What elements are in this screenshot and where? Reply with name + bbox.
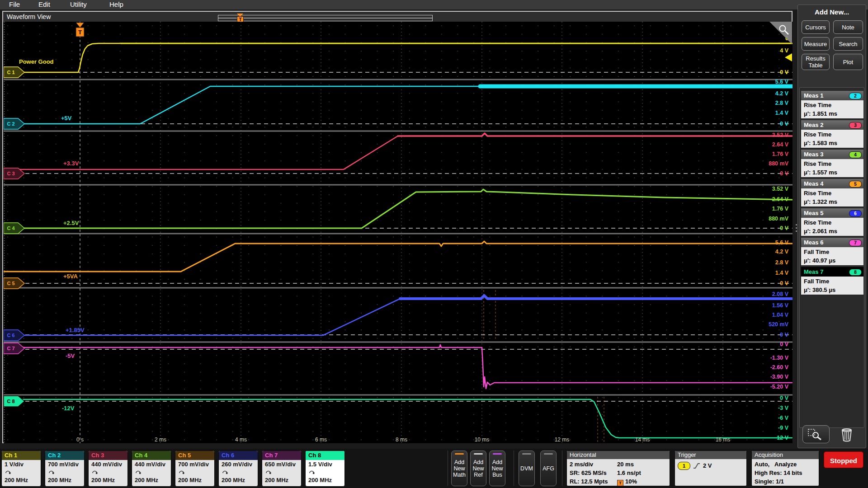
channel-bandwidth: 200 MHz [48, 477, 84, 483]
time-axis-label: 16 ms [716, 436, 731, 443]
record-overview-line [218, 18, 432, 19]
channel-badge-ch5[interactable]: Ch 5 700 mV/div 200 MHz [175, 450, 215, 487]
axis-label: 1.56 V [772, 302, 789, 309]
add-new-math-button[interactable]: Add New Math [451, 450, 467, 486]
probe-icon [48, 469, 55, 474]
afg-accent [544, 453, 553, 455]
oscilloscope-app: FileEditUtilityHelp Waveform View T 64 V… [0, 0, 868, 488]
measurement-source-badge: 5 [849, 181, 862, 188]
svg-text:C 7: C 7 [7, 346, 14, 351]
trigger-position-flag[interactable]: T [236, 14, 244, 23]
trash-icon [840, 426, 854, 442]
axis-label: 520 mV [769, 321, 788, 328]
svg-text:T: T [78, 29, 82, 36]
axis-label: 880 mV [769, 216, 788, 222]
waveform-view-titlebar[interactable]: Waveform View T [3, 12, 792, 22]
zoom-select-button[interactable] [802, 425, 830, 443]
add-new-title: Add New... [798, 8, 866, 16]
measurement-value: Fall Timeμ': 380.5 μs [801, 277, 864, 295]
time-axis-label: 10 ms [475, 436, 490, 443]
measurement-name: Meas 1 2 [801, 90, 864, 100]
channel-bandwidth: 200 MHz [222, 477, 258, 483]
channel-label: Ch 4 [132, 451, 171, 460]
horizontal-resolution: 1.6 ns/pt [617, 469, 667, 477]
divider [562, 450, 562, 486]
trace-label: +1.85V [66, 327, 85, 333]
divider [514, 450, 514, 486]
axis-label: 880 mV [769, 160, 788, 167]
record-overview-bar[interactable]: T [218, 15, 433, 21]
acquisition-mode: Auto, Analyze [755, 460, 816, 469]
channel-bandwidth: 200 MHz [91, 477, 127, 483]
measurement-card-6[interactable]: Meas 6 7 Fall Timeμ': 40.97 μs [801, 237, 864, 266]
measurement-name: Meas 4 5 [801, 178, 864, 188]
waveform-view-window: Waveform View T 64 V0 VPower GoodC 15.6 … [2, 11, 793, 443]
axis-label: 1.04 V [772, 312, 789, 318]
measurement-card-5[interactable]: Meas 5 6 Rise Timeμ': 2.061 ms [801, 208, 864, 236]
measurement-value: Rise Timeμ': 1.322 ms [801, 188, 864, 207]
menu-file[interactable]: File [9, 0, 20, 8]
add-new-note-button[interactable]: Note [833, 20, 863, 34]
axis-label: -3.90 V [770, 374, 789, 380]
measurement-card-4[interactable]: Meas 4 5 Rise Timeμ': 1.322 ms [801, 178, 864, 207]
add-new-cursors-button[interactable]: Cursors [802, 20, 830, 34]
channel-badge-ch4[interactable]: Ch 4 440 mV/div 200 MHz [132, 450, 171, 487]
trace-label: +5V [61, 115, 72, 122]
axis-label: 2.64 V [772, 141, 789, 148]
add-new-ref-button[interactable]: Add New Ref [470, 450, 486, 486]
channel-scale: 650 mV/div [265, 461, 301, 468]
acquisition-single: Single: 1/1 [755, 477, 816, 486]
menu-help[interactable]: Help [109, 0, 123, 8]
afg-label: AFG [542, 465, 554, 472]
channel-badge-ch8[interactable]: Ch 8 1.5 V/div 200 MHz [305, 450, 345, 487]
horizontal-trigger-position: T10% [617, 477, 667, 486]
menu-edit[interactable]: Edit [38, 0, 50, 8]
measurement-card-7[interactable]: Meas 7 8 Fall Timeμ': 380.5 μs [801, 267, 864, 295]
channel-bandwidth: 200 MHz [265, 477, 301, 483]
time-axis-label: 14 ms [635, 436, 650, 443]
channel-badge-ch1[interactable]: Ch 1 1 V/div 200 MHz [1, 450, 41, 487]
waveform-plot[interactable]: 64 V0 VPower GoodC 15.6 V4.2 V2.8 V1.4 V… [4, 22, 793, 443]
measurement-source-badge: 8 [849, 269, 862, 276]
afg-button[interactable]: AFG [540, 450, 557, 486]
probe-icon [178, 469, 185, 474]
bottom-settings-bar: Ch 1 1 V/div 200 MHz Ch 2 700 mV/div 200… [0, 449, 868, 488]
measurement-list: Meas 1 2 Rise Timeμ': 1.851 msMeas 2 3 R… [799, 87, 864, 428]
svg-text:C 4: C 4 [7, 225, 15, 231]
channel-badge-ch2[interactable]: Ch 2 700 mV/div 200 MHz [45, 450, 85, 487]
measurement-name: Meas 6 7 [801, 237, 864, 247]
add-new-measure-button[interactable]: Measure [802, 37, 830, 51]
menu-utility[interactable]: Utility [70, 0, 87, 8]
axis-label: 2.8 V [775, 259, 789, 266]
add-new-search-button[interactable]: Search [833, 37, 863, 51]
axis-label: 5.6 V [775, 79, 789, 85]
channel-badge-ch3[interactable]: Ch 3 440 mV/div 200 MHz [88, 450, 128, 487]
dvm-label: DVM [520, 465, 533, 472]
time-axis-label: 2 ms [155, 436, 166, 443]
measurement-card-1[interactable]: Meas 1 2 Rise Timeμ': 1.851 ms [801, 90, 864, 119]
channel-scale: 1 V/div [5, 461, 41, 468]
measurement-card-3[interactable]: Meas 3 4 Rise Timeμ': 1.557 ms [801, 149, 864, 178]
delete-trash-button[interactable] [840, 426, 855, 442]
time-axis-label: 12 ms [555, 436, 570, 443]
svg-text:C 1: C 1 [7, 70, 14, 75]
channel-label: Ch 8 [306, 451, 344, 460]
channel-badge-ch7[interactable]: Ch 7 650 mV/div 200 MHz [262, 450, 302, 487]
measurement-card-2[interactable]: Meas 2 3 Rise Timeμ': 1.583 ms [801, 120, 864, 148]
channel-badge-ch6[interactable]: Ch 6 260 mV/div 200 MHz [218, 450, 258, 487]
horizontal-panel[interactable]: Horizontal 2 ms/div 20 ms SR: 625 MS/s 1… [566, 450, 670, 486]
add-new-plot-button[interactable]: Plot [833, 54, 863, 70]
acquisition-panel[interactable]: Acquisition Auto, Analyze High Res: 14 b… [751, 450, 819, 486]
horizontal-scale: 2 ms/div [570, 460, 617, 469]
trigger-panel[interactable]: Trigger 1 2 V [675, 450, 747, 486]
channel-scale: 1.5 V/div [308, 461, 344, 468]
channel-scale: 700 mV/div [178, 461, 214, 468]
axis-label: 3.52 V [772, 186, 789, 192]
run-stop-status-button[interactable]: Stopped [824, 451, 863, 468]
axis-label: -9 V [778, 425, 789, 431]
add-new-bus-button[interactable]: Add New Bus [489, 450, 505, 486]
dvm-button[interactable]: DVM [519, 450, 535, 486]
trigger-panel-title: Trigger [675, 451, 746, 459]
add-new-results-table-button[interactable]: Results Table [802, 54, 830, 70]
dvm-accent [522, 453, 531, 455]
